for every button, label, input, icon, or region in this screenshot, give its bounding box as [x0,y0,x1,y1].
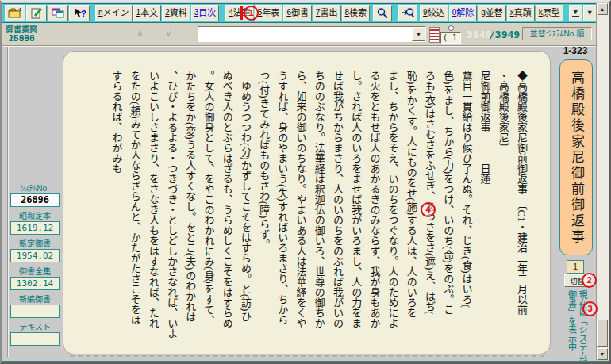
page-indicator-control[interactable]: ( 1 [440,25,461,44]
field-label: 新定御書 [10,239,60,249]
text-column: ぬべき人のとぶらはざるも、うらめしくこそをはすらめ [218,71,236,347]
text-column: ちののぶなり。法華経は釈迦仏の御いろ、世尊の御ちか [310,71,329,347]
nav-button[interactable]: 1本文 [133,5,162,21]
nav-button-label: 資料 [170,9,187,17]
field-label: 新編御書 [10,294,60,305]
nav-button-label: 御書 [291,9,309,17]
annotation-circle-4: 4 [421,202,436,217]
record-list-icon[interactable] [429,27,440,43]
nav-button[interactable]: 7書出 [313,5,341,21]
edition-status: 現在は「システム版御書」を表示中 [566,290,587,364]
nav-button[interactable]: nメイン [95,5,133,21]
bottom-accent-line [2,361,609,362]
zoom-button[interactable] [373,5,392,21]
text-column: ゆめうつつわ(分)かずしてこそをはすらめ。と(訪)ひ [236,71,255,347]
field-label: テキスト [10,322,60,332]
vertical-scrollbar[interactable]: ▲ ▼ [596,3,609,360]
radio-dot-icon [448,25,454,31]
field-value[interactable]: 26896 [10,193,60,207]
locate-button[interactable] [398,5,417,21]
red-position-marker [240,6,243,20]
filter-button-group: 9絞込 0解除 g並替 x真蹟 k原型 [420,5,563,21]
scroll-down-icon[interactable]: ▼ [597,348,608,360]
field-value[interactable]: 1302.14 [10,277,60,290]
nav-button[interactable]: 2資料 [162,5,190,21]
record-info-bar: 御書資料 26896 御書本文 15980 ∧ ∨ ▼ ( 1 3949 /39… [2,23,597,46]
record-total: /3949 [489,29,520,40]
spin-down-button[interactable]: ∨ [165,29,172,38]
text-column: をたの(頼)みてか人ならざらんと、かたがたさこそをは [126,71,144,347]
text-column: 色)をまし、ちから(力)をつけ、いのち(命)をのぶ。こ [439,71,457,347]
annotation-circle-2: 2 [582,273,597,288]
spin-up-button[interactable]: ∧ [136,29,144,38]
text-column: 恥)をかくす。人にものをせ(施)する人は、人のいろを [402,71,421,347]
nav-button-label: 本文 [140,9,158,17]
filter-button-label: 真蹟 [514,9,532,17]
nav-button-group: nメイン 1本文 2資料 3目次 4法華 5年表 6御書 7書出 8検索 [95,5,370,21]
reference-field: ｼｽﾃﾑNo. 26896 [10,183,60,207]
reference-field: 御書全集 1302.14 [10,266,60,290]
jump-last-icon: ▼ [572,9,579,17]
nav-button[interactable]: 8検索 [342,5,371,21]
nav-button[interactable]: 5年表 [255,5,283,21]
nav-button[interactable]: 6御書 [283,5,312,21]
field-label: 昭和定本 [10,211,60,221]
nav-button-label: 書出 [321,9,338,17]
step-down-button[interactable]: ▼ [583,5,597,21]
filter-button-label: 絞込 [428,9,445,17]
text-column: せば我がちからまさり、人のいのちをのぶれば我がいの [329,71,347,347]
field-value[interactable]: 1619.12 [10,221,60,235]
reference-field: テキスト [10,322,60,346]
context-help-button[interactable]: ? [69,5,90,21]
window-switch-button[interactable] [48,5,68,21]
document-combobox[interactable]: ▼ [198,26,426,42]
nav-button-label: 目次 [198,9,216,17]
text-column: つ(付)きてみればものもさわ(障)らず。 [255,71,273,347]
nav-button[interactable]: 3目次 [191,5,220,21]
filter-button-label: 解除 [456,9,474,17]
jump-last-button[interactable]: ▼ [569,5,582,21]
filter-button[interactable]: 9絞込 [420,5,448,21]
text-column: うすれば、身のやまいう(失)すればいろまさり、ちから [273,71,291,347]
field-label: 御書全集 [10,266,60,277]
nav-button-label: 年表 [262,9,279,17]
svg-text:?: ? [81,9,86,18]
filter-button-label: 原型 [543,9,560,17]
reference-field: 新定御書 1954.02 [10,239,60,262]
scrollbar-thumb[interactable] [597,320,608,347]
filter-button[interactable]: x真蹟 [507,5,535,21]
document-title-tab[interactable]: 高橋殿後家尼御前御返事 [559,59,593,255]
filter-button[interactable]: k原型 [536,5,563,21]
text-column: 尼御前御返事 日蓮 [475,71,494,347]
nav-button-label: 検索 [349,9,367,17]
step-down-icon: ▼ [586,10,594,17]
text-column: まし、ちからをそえ、いのちをつぐなり。人のためによ [383,71,402,347]
record-counter: 御書本文 15980 [2,25,41,44]
page-range: 1-323 [552,45,598,56]
filter-button[interactable]: g並替 [478,5,506,21]
field-value[interactable] [10,332,60,346]
edit-button[interactable] [26,5,47,21]
filter-button[interactable]: 0解除 [449,5,478,21]
toolbar: ? nメイン 1本文 2資料 3目次 4法華 5年表 6御書 7書出 8検索 [2,2,597,23]
page-indicator-value: ( 1 [440,32,461,44]
chevron-down-icon[interactable]: ▼ [412,27,425,41]
field-value[interactable]: 1954.02 [10,249,60,262]
open-file-button[interactable] [5,5,25,21]
window-switch-icon [51,7,65,19]
text-column: し。されば人のいろをませば我がいろまし、人の力をま [347,71,365,347]
text-column: 、ひび・よるよる・つきづき・としどしかさなれば、いよ [163,71,181,347]
annotation-circle-1: 1 [244,6,259,21]
reference-field: 新編御書 [10,294,60,318]
text-column: 。女人の御身として、をやこのわかれにみ(身)をすて、 [199,71,217,347]
text-column: ら、如来の御いのちなり。やまいある人は法華経をくや [291,71,309,347]
annotation-circle-3: 3 [582,301,598,316]
field-value[interactable] [10,305,60,318]
scroll-up-icon[interactable]: ▲ [597,3,608,15]
magnifier-jump-icon [402,7,414,19]
filter-button-label: 並替 [486,9,503,17]
page-number-box: 1 [567,260,584,274]
reference-fields: ｼｽﾃﾑNo. 26896 昭和定本 1619.12 新定御書 1954.02 … [10,183,60,350]
text-column: ・高橋殿後家尼〕 [494,71,513,347]
vertical-text: ◆高橋殿後家尼御前御返事 〔C1・建治二年二月以前 ・高橋殿後家尼〕 尼御前御返… [94,71,531,347]
